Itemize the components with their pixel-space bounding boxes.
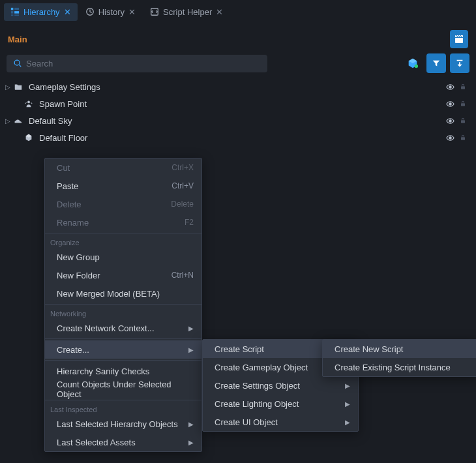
menu-item[interactable]: New Merged Model (BETA)	[45, 284, 201, 303]
expand-arrow[interactable]: ▷	[4, 117, 12, 125]
svg-point-10	[14, 60, 20, 65]
chevron-right-icon: ▶	[345, 419, 350, 426]
spawn-icon	[22, 99, 35, 108]
cinematic-button[interactable]	[450, 30, 468, 48]
menu-item[interactable]: PasteCtrl+V	[45, 177, 201, 195]
svg-point-14	[27, 100, 30, 103]
menu-item[interactable]: Create Settings Object▶	[203, 376, 358, 395]
folder-icon	[12, 82, 25, 91]
lock-icon[interactable]	[459, 100, 467, 108]
menu-item[interactable]: Create...▶	[45, 340, 201, 359]
panel-header: Main	[0, 23, 476, 48]
svg-point-11	[415, 65, 418, 68]
menu-item-label: Last Selected Assets	[57, 438, 136, 447]
filter-button[interactable]	[426, 53, 446, 73]
close-icon[interactable]: ✕	[128, 8, 136, 16]
visibility-icon[interactable]	[445, 133, 455, 143]
svg-point-15	[449, 102, 451, 104]
context-menu: CutCtrl+XPasteCtrl+VDeleteDeleteRenameF2…	[44, 158, 202, 452]
menu-item[interactable]: Last Selected Hierarchy Objects▶	[45, 415, 201, 433]
chevron-right-icon: ▶	[345, 382, 350, 389]
tab-bar: Hierarchy ✕ History ✕ Script Helper ✕	[0, 0, 476, 23]
tab-history[interactable]: History ✕	[79, 3, 142, 21]
cube-view-button[interactable]	[403, 53, 423, 73]
menu-item[interactable]: Create Lighting Object▶	[203, 395, 358, 413]
script-submenu: Create New ScriptCreate Existing Script …	[322, 339, 476, 377]
clapper-icon	[454, 34, 464, 44]
cube-icon	[407, 57, 419, 69]
menu-item-label: New Group	[57, 252, 100, 262]
menu-item[interactable]: Hierarchy Sanity Checks	[45, 362, 201, 380]
menu-item-label: Create Settings Object	[215, 381, 300, 391]
visibility-icon[interactable]	[445, 116, 455, 126]
svg-point-19	[449, 136, 451, 138]
close-icon[interactable]: ✕	[64, 8, 71, 16]
svg-rect-4	[11, 14, 14, 16]
cube-icon	[22, 133, 35, 142]
svg-rect-2	[11, 11, 14, 14]
menu-item: DeleteDelete	[45, 195, 201, 213]
menu-item[interactable]: Create UI Object▶	[203, 413, 358, 431]
svg-rect-18	[461, 120, 465, 123]
hierarchy-row[interactable]: Default Floor	[0, 129, 472, 146]
menu-item[interactable]: New Group	[45, 248, 201, 266]
row-label: Gameplay Settings	[29, 82, 445, 92]
search-row	[0, 48, 476, 78]
chevron-right-icon: ▶	[345, 400, 350, 408]
svg-rect-5	[14, 14, 19, 16]
collapse-button[interactable]	[450, 53, 469, 73]
row-label: Spawn Point	[39, 99, 445, 109]
row-label: Default Sky	[29, 116, 445, 126]
expand-arrow[interactable]: ▷	[4, 83, 12, 91]
visibility-icon[interactable]	[445, 82, 455, 92]
history-icon	[85, 7, 95, 16]
menu-item[interactable]: New FolderCtrl+N	[45, 266, 201, 284]
tab-hierarchy[interactable]: Hierarchy ✕	[4, 3, 78, 21]
menu-item-label: New Folder	[57, 271, 100, 280]
svg-rect-0	[11, 8, 14, 10]
shortcut-label: Ctrl+N	[171, 271, 194, 280]
svg-rect-13	[461, 86, 465, 89]
svg-rect-3	[14, 11, 19, 14]
menu-item-label: Cut	[57, 163, 70, 173]
hierarchy-row[interactable]: ▷Gameplay Settings	[0, 78, 472, 95]
tab-script-helper[interactable]: Script Helper ✕	[143, 3, 230, 21]
chevron-right-icon: ▶	[188, 346, 194, 353]
menu-item-label: Create Lighting Object	[215, 399, 299, 409]
menu-item[interactable]: Count Objects Under Selected Object	[45, 380, 201, 398]
menu-item[interactable]: Last Selected Assets▶	[45, 433, 201, 451]
lock-icon[interactable]	[459, 83, 467, 91]
menu-section-label: Last Inspected	[45, 402, 201, 415]
menu-item[interactable]: Create New Script	[323, 340, 476, 358]
search-input[interactable]	[26, 59, 261, 68]
chevron-right-icon: ▶	[188, 421, 194, 428]
shortcut-label: F2	[185, 218, 194, 227]
menu-item[interactable]: Create Network Context...▶	[45, 319, 201, 337]
menu-item-label: New Merged Model (BETA)	[57, 289, 160, 299]
search-box[interactable]	[7, 55, 267, 72]
menu-item-label: Count Objects Under Selected Object	[57, 380, 194, 399]
toolbar-right	[403, 53, 469, 73]
shortcut-label: Ctrl+V	[171, 181, 194, 190]
visibility-icon[interactable]	[445, 99, 455, 109]
panel-title: Main	[8, 35, 27, 44]
shortcut-label: Ctrl+X	[171, 163, 194, 172]
svg-rect-16	[461, 103, 465, 106]
svg-rect-8	[455, 38, 463, 43]
chevron-right-icon: ▶	[188, 325, 194, 332]
menu-item-label: Create Network Context...	[57, 323, 155, 333]
svg-point-12	[449, 85, 451, 87]
hierarchy-row[interactable]: ▷Default Sky	[0, 112, 472, 129]
menu-item-label: Create New Script	[335, 344, 403, 354]
svg-point-17	[449, 119, 451, 121]
lock-icon[interactable]	[459, 117, 467, 125]
close-icon[interactable]: ✕	[216, 8, 223, 16]
svg-rect-20	[461, 137, 465, 140]
menu-item-label: Create Existing Script Instance	[335, 363, 451, 372]
menu-item[interactable]: Create Existing Script Instance	[323, 358, 476, 376]
menu-section-label: Networking	[45, 306, 201, 319]
lock-icon[interactable]	[459, 134, 467, 142]
svg-rect-1	[14, 8, 19, 10]
menu-section-label: Organize	[45, 235, 201, 248]
hierarchy-row[interactable]: Spawn Point	[0, 95, 472, 112]
